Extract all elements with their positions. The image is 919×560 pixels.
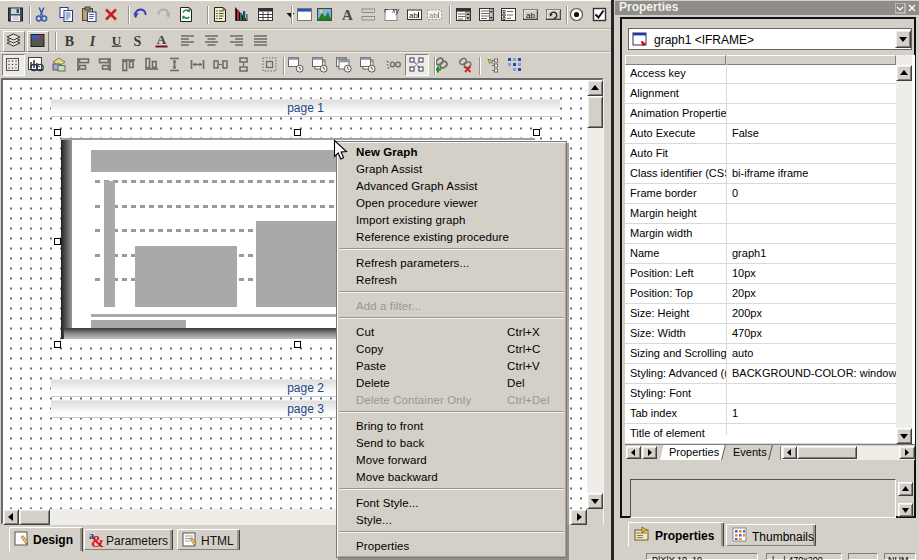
svg-text:A: A [342, 7, 353, 23]
svg-text:ab: ab [526, 11, 535, 20]
svg-text:U: U [112, 33, 122, 48]
svg-text:S: S [134, 34, 142, 49]
svg-text:ab: ab [429, 11, 438, 20]
svg-text:B: B [65, 34, 74, 49]
svg-text:xy: xy [391, 7, 400, 15]
svg-text:A: A [157, 32, 167, 47]
svg-text:I: I [89, 34, 96, 49]
svg-text:ab: ab [409, 11, 418, 20]
svg-text:&: & [91, 533, 104, 549]
